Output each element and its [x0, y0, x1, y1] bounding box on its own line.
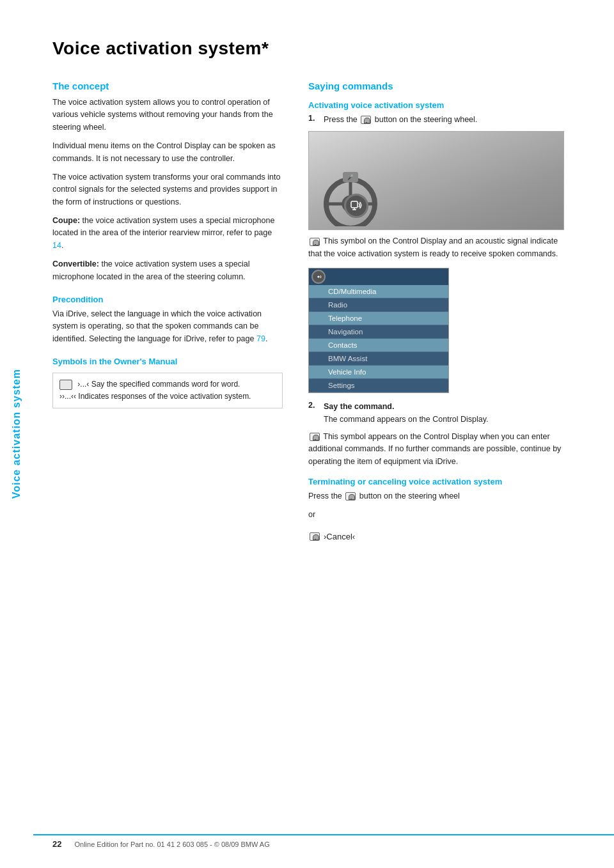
- menu-icon: [311, 270, 326, 284]
- saying-heading: Saying commands: [308, 81, 564, 91]
- page-title: Voice activation system*: [52, 38, 588, 59]
- step-1: 1. Press the button on the steering whee…: [308, 114, 564, 126]
- symbols-line1: ›...‹ Say the specified commands word fo…: [77, 380, 240, 389]
- voice-icon-symbol: [59, 380, 72, 390]
- activating-heading: Activating voice activation system: [308, 100, 564, 110]
- symbol-note2: This symbol appears on the Control Displ…: [308, 431, 564, 468]
- svg-text:🎤: 🎤: [347, 174, 354, 180]
- precondition-heading: Precondition: [52, 295, 283, 304]
- main-content: Voice activation system* The concept The…: [33, 0, 614, 581]
- two-column-layout: The concept The voice activation system …: [52, 78, 588, 543]
- page-footer: 22 Online Edition for Part no. 01 41 2 6…: [33, 834, 614, 849]
- dashboard-image: 🎤: [308, 131, 564, 230]
- step1-content: Press the button on the steering wheel.: [324, 114, 477, 126]
- voice-symbol-svg: [350, 201, 363, 211]
- terminating-or: or: [308, 509, 564, 521]
- page-number: 22: [52, 839, 61, 849]
- convertible-label: Convertible:: [52, 260, 99, 268]
- footer-text: Online Edition for Part no. 01 41 2 603 …: [74, 841, 269, 848]
- concept-para2: Individual menu items on the Control Dis…: [52, 140, 283, 165]
- step2-text: Say the command.: [324, 402, 394, 411]
- concept-heading: The concept: [52, 81, 283, 91]
- concept-para4: Coupe: the voice activation system uses …: [52, 215, 283, 252]
- symbols-heading: Symbols in the Owner's Manual: [52, 357, 283, 366]
- concept-para1: The voice activation system allows you t…: [52, 97, 283, 134]
- menu-item-contacts[interactable]: Contacts: [309, 339, 448, 352]
- menu-header: [309, 268, 448, 285]
- voice-button-icon-step1: [361, 116, 371, 124]
- concept-para5: Convertible: the voice activation system…: [52, 258, 283, 283]
- saying-section: Saying commands Activating voice activat…: [308, 81, 564, 543]
- precondition-section: Precondition Via iDrive, select the lang…: [52, 295, 283, 345]
- control-display-menu: CD/Multimedia Radio Telephone Navigation…: [308, 268, 449, 393]
- voice-button-icon-terminate: [345, 492, 356, 500]
- menu-item-settings[interactable]: Settings: [309, 379, 448, 392]
- menu-icon-svg: [315, 274, 322, 280]
- terminating-heading: Terminating or canceling voice activatio…: [308, 477, 564, 486]
- voice-icon-note2: [310, 433, 320, 441]
- terminating-text: Press the button on the steering wheel: [308, 490, 564, 502]
- symbol-note1: This symbol on the Control Display and a…: [308, 235, 564, 260]
- step1-number: 1.: [308, 114, 319, 126]
- sidebar: Voice activation system: [0, 0, 33, 868]
- step2-content: Say the command. The command appears on …: [324, 401, 489, 426]
- right-column: Saying commands Activating voice activat…: [308, 78, 564, 543]
- menu-item-vehicle-info[interactable]: Vehicle Info: [309, 366, 448, 379]
- link-page14[interactable]: 14: [52, 241, 61, 250]
- menu-item-navigation[interactable]: Navigation: [309, 325, 448, 339]
- precondition-text: Via iDrive, select the language in which…: [52, 308, 283, 345]
- symbol-box: ›...‹ Say the specified commands word fo…: [52, 373, 283, 408]
- link-page79[interactable]: 79: [256, 334, 265, 343]
- symbols-section: Symbols in the Owner's Manual ›...‹ Say …: [52, 357, 283, 408]
- voice-icon-note1: [310, 238, 320, 246]
- activating-section: Activating voice activation system 1. Pr…: [308, 100, 564, 543]
- step2-detail: The command appears on the Control Displ…: [324, 415, 489, 424]
- menu-item-cd[interactable]: CD/Multimedia: [309, 285, 448, 298]
- menu-item-telephone[interactable]: Telephone: [309, 312, 448, 325]
- left-column: The concept The voice activation system …: [52, 78, 283, 543]
- step2-number: 2.: [308, 401, 319, 426]
- cancel-text: ›Cancel‹: [324, 532, 355, 541]
- cancel-box: ›Cancel‹: [308, 532, 355, 541]
- step-2: 2. Say the command. The command appears …: [308, 401, 564, 426]
- menu-item-radio[interactable]: Radio: [309, 298, 448, 312]
- concept-para3: The voice activation system transforms y…: [52, 171, 283, 208]
- sidebar-label: Voice activation system: [11, 369, 22, 499]
- symbols-line2: ››...‹‹ Indicates responses of the voice…: [59, 392, 251, 401]
- coupe-label: Coupe:: [52, 216, 80, 225]
- svg-rect-7: [351, 201, 358, 208]
- voice-icon-cancel: [310, 532, 320, 541]
- menu-item-bmw-assist[interactable]: BMW Assist: [309, 352, 448, 366]
